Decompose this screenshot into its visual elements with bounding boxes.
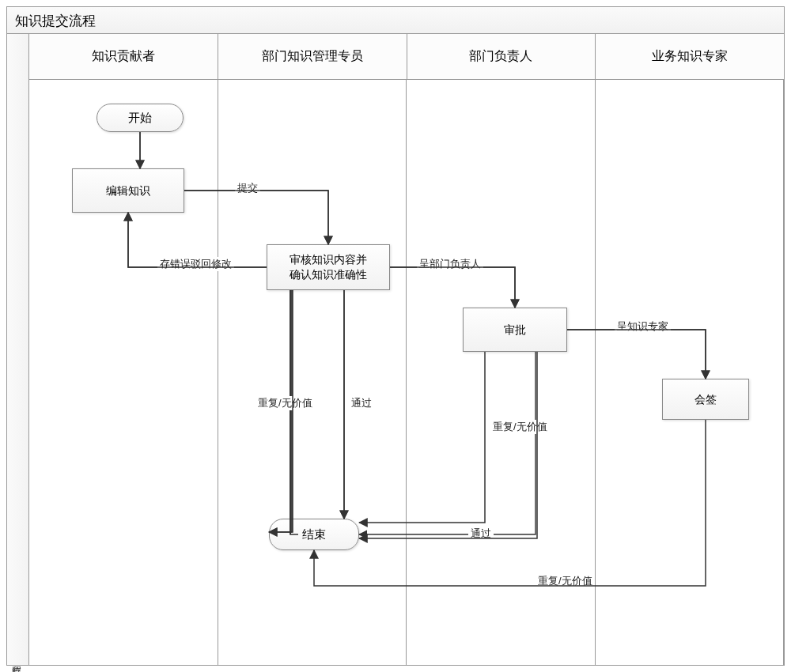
side-tab: 流程 [7, 34, 29, 665]
lane-header-expert: 业务知识专家 [596, 34, 784, 79]
start-node: 开始 [97, 104, 184, 132]
edge-to-expert: 呈知识专家 [615, 319, 671, 334]
edge-dup-cosign: 重复/无价值 [536, 574, 595, 588]
edge-pass-approve: 通过 [468, 527, 494, 541]
edge-dup-approve: 重复/无价值 [490, 420, 550, 434]
lane-headers: 知识贡献者 部门知识管理专员 部门负责人 业务知识专家 [29, 34, 784, 80]
diagram-title: 知识提交流程 [7, 7, 784, 34]
lane-header-contributor: 知识贡献者 [29, 34, 218, 79]
edge-dup-review: 重复/无价值 [255, 396, 315, 410]
lane-km-specialist [218, 80, 407, 665]
edge-to-dept-head: 呈部门负责人 [417, 257, 483, 271]
edit-node: 编辑知识 [72, 168, 184, 213]
approve-node: 审批 [463, 308, 567, 352]
lane-header-dept-head: 部门负责人 [407, 34, 596, 79]
lane-expert [596, 80, 785, 665]
lane-header-km-specialist: 部门知识管理专员 [218, 34, 407, 79]
cosign-node: 会签 [662, 379, 749, 420]
side-tab-label: 流程 [9, 659, 23, 660]
edge-reject: 存错误驳回修改 [157, 257, 234, 271]
swimlane-container: 知识贡献者 部门知识管理专员 部门负责人 业务知识专家 开始 编辑知识 审核知识… [29, 34, 784, 665]
diagram-frame: 知识提交流程 流程 知识贡献者 部门知识管理专员 部门负责人 业务知识专家 开始… [6, 6, 785, 666]
edge-pass-review: 通过 [349, 396, 374, 410]
edge-submit: 提交 [235, 181, 260, 195]
end-node: 结束 [269, 519, 359, 550]
lane-contributor [29, 80, 218, 665]
lane-bodies: 开始 编辑知识 审核知识内容并 确认知识准确性 审批 会签 结束 [29, 80, 784, 665]
review-node: 审核知识内容并 确认知识准确性 [267, 244, 390, 290]
diagram-body: 流程 知识贡献者 部门知识管理专员 部门负责人 业务知识专家 开始 编辑知识 审… [7, 34, 784, 665]
